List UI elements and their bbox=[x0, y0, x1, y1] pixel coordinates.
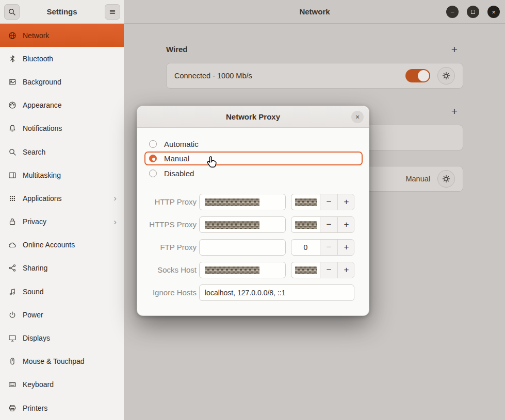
sidebar-item-search[interactable]: Search bbox=[0, 140, 124, 163]
sidebar: Settings Network Bluetooth Background bbox=[0, 0, 124, 420]
https-proxy-label: HTTPS Proxy bbox=[137, 216, 197, 233]
sidebar-list: Network Bluetooth Background Appearance … bbox=[0, 24, 124, 420]
add-vpn-button[interactable]: + bbox=[447, 104, 462, 119]
background-icon bbox=[8, 78, 17, 86]
https-port-increment-button[interactable]: + bbox=[337, 217, 354, 232]
redacted-value bbox=[295, 221, 317, 229]
printer-icon bbox=[8, 404, 17, 412]
sidebar-item-label: Network bbox=[23, 31, 49, 40]
monitor-icon bbox=[8, 334, 17, 342]
share-icon bbox=[8, 264, 17, 272]
maximize-button[interactable] bbox=[467, 6, 479, 18]
https-port-spinner: − + bbox=[291, 216, 354, 233]
music-note-icon bbox=[8, 288, 17, 296]
http-proxy-label: HTTP Proxy bbox=[137, 194, 197, 210]
sidebar-item-notifications[interactable]: Notifications bbox=[0, 117, 124, 140]
close-icon: × bbox=[355, 113, 360, 121]
https-port-value[interactable] bbox=[291, 217, 320, 232]
sidebar-item-sound[interactable]: Sound bbox=[0, 280, 124, 303]
ftp-port-increment-button[interactable]: + bbox=[337, 240, 354, 255]
minimize-icon: − bbox=[450, 8, 454, 16]
ftp-port-spinner: 0 − + bbox=[291, 239, 354, 256]
sidebar-item-displays[interactable]: Displays bbox=[0, 326, 124, 349]
wired-settings-button[interactable] bbox=[437, 67, 455, 85]
socks-host-input[interactable] bbox=[199, 262, 286, 278]
menu-button[interactable] bbox=[105, 4, 120, 20]
socks-port-value[interactable] bbox=[291, 262, 320, 278]
sidebar-item-label: Appearance bbox=[23, 101, 62, 109]
sidebar-item-online-accounts[interactable]: Online Accounts bbox=[0, 233, 124, 257]
redacted-value bbox=[205, 221, 259, 229]
settings-window: Settings Network Bluetooth Background bbox=[0, 0, 505, 420]
magnifier-icon bbox=[8, 148, 17, 156]
sidebar-item-label: Printers bbox=[23, 404, 47, 412]
close-icon: × bbox=[492, 8, 496, 16]
sidebar-item-appearance[interactable]: Appearance bbox=[0, 94, 124, 117]
keyboard-icon bbox=[8, 380, 17, 389]
http-port-value[interactable] bbox=[291, 194, 320, 210]
radio-checked-icon bbox=[149, 155, 157, 162]
sidebar-item-bluetooth[interactable]: Bluetooth bbox=[0, 47, 124, 70]
proxy-option-automatic[interactable]: Automatic bbox=[144, 137, 363, 151]
radio-label: Disabled bbox=[164, 169, 194, 178]
sidebar-item-label: Mouse & Touchpad bbox=[23, 357, 85, 365]
sidebar-item-label: Bluetooth bbox=[23, 55, 53, 63]
sidebar-item-label: Online Accounts bbox=[23, 241, 75, 249]
cloud-icon bbox=[8, 241, 17, 249]
radio-label: Manual bbox=[164, 154, 189, 163]
sidebar-item-keyboard[interactable]: Keyboard bbox=[0, 373, 124, 396]
gear-icon bbox=[442, 72, 450, 80]
sidebar-item-label: Keyboard bbox=[23, 380, 54, 389]
socks-host-label: Socks Host bbox=[137, 262, 197, 278]
sidebar-item-label: Multitasking bbox=[23, 171, 61, 179]
socks-port-decrement-button[interactable]: − bbox=[320, 262, 337, 278]
ftp-proxy-input[interactable] bbox=[199, 239, 286, 256]
sidebar-item-power[interactable]: Power bbox=[0, 303, 124, 326]
ftp-port-value[interactable]: 0 bbox=[291, 240, 320, 255]
network-icon bbox=[8, 31, 17, 40]
ftp-proxy-label: FTP Proxy bbox=[137, 239, 197, 256]
multitasking-icon bbox=[8, 171, 17, 179]
sidebar-item-label: Power bbox=[23, 311, 43, 319]
minimize-button[interactable]: − bbox=[446, 6, 459, 18]
dialog-close-button[interactable]: × bbox=[351, 111, 364, 123]
ignore-hosts-label: Ignore Hosts bbox=[137, 284, 197, 301]
sidebar-item-label: Sharing bbox=[23, 264, 47, 272]
http-port-increment-button[interactable]: + bbox=[337, 194, 354, 210]
http-proxy-input[interactable] bbox=[199, 194, 286, 210]
lock-icon bbox=[8, 217, 17, 226]
sidebar-item-privacy[interactable]: Privacy › bbox=[0, 210, 124, 233]
gear-icon bbox=[442, 175, 450, 183]
sidebar-item-mouse-touchpad[interactable]: Mouse & Touchpad bbox=[0, 350, 124, 373]
proxy-option-disabled[interactable]: Disabled bbox=[144, 166, 363, 180]
main-headerbar: Network − × bbox=[124, 0, 505, 24]
sidebar-item-label: Applications bbox=[23, 194, 62, 203]
dialog-headerbar[interactable]: Network Proxy × bbox=[137, 106, 369, 128]
close-button[interactable]: × bbox=[487, 6, 500, 18]
http-port-spinner: − + bbox=[291, 194, 354, 210]
proxy-option-manual[interactable]: Manual bbox=[144, 152, 363, 165]
sidebar-item-printers[interactable]: Printers bbox=[0, 396, 124, 419]
socks-port-increment-button[interactable]: + bbox=[337, 262, 354, 278]
sidebar-item-background[interactable]: Background bbox=[0, 70, 124, 93]
sidebar-item-applications[interactable]: Applications › bbox=[0, 187, 124, 210]
sidebar-headerbar: Settings bbox=[0, 0, 124, 24]
radio-icon bbox=[149, 170, 157, 177]
ignore-hosts-input[interactable]: localhost, 127.0.0.0/8, ::1 bbox=[199, 284, 354, 301]
hamburger-icon bbox=[108, 8, 117, 16]
http-port-decrement-button[interactable]: − bbox=[320, 194, 337, 210]
sidebar-item-network[interactable]: Network bbox=[0, 24, 124, 47]
bell-icon bbox=[8, 124, 17, 132]
sidebar-item-label: Notifications bbox=[23, 124, 62, 132]
ftp-port-decrement-button[interactable]: − bbox=[320, 240, 337, 255]
sidebar-item-sharing[interactable]: Sharing bbox=[0, 257, 124, 280]
wired-section-title: Wired bbox=[166, 45, 188, 54]
sidebar-item-multitasking[interactable]: Multitasking bbox=[0, 163, 124, 187]
chevron-right-icon: › bbox=[113, 217, 117, 226]
https-proxy-input[interactable] bbox=[199, 216, 286, 233]
proxy-settings-button[interactable] bbox=[437, 170, 455, 188]
sidebar-item-label: Search bbox=[23, 148, 45, 156]
add-wired-connection-button[interactable]: + bbox=[447, 42, 462, 57]
https-port-decrement-button[interactable]: − bbox=[320, 217, 337, 232]
wired-toggle[interactable] bbox=[405, 69, 430, 82]
